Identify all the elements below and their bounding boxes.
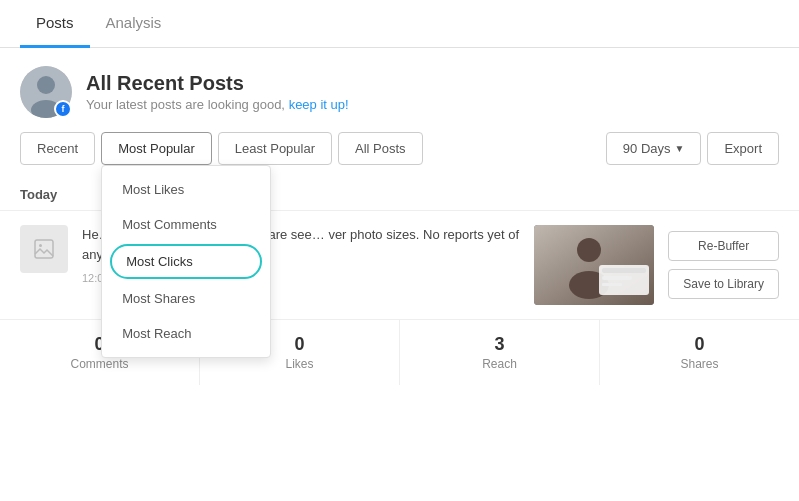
svg-point-1 bbox=[37, 76, 55, 94]
stat-shares: 0 Shares bbox=[600, 320, 799, 385]
reach-value: 3 bbox=[408, 334, 591, 355]
rebuffer-button[interactable]: Re-Buffer bbox=[668, 231, 779, 261]
post-actions: Re-Buffer Save to Library bbox=[668, 225, 779, 305]
chevron-down-icon: ▼ bbox=[675, 143, 685, 154]
shares-value: 0 bbox=[608, 334, 791, 355]
dropdown-most-likes[interactable]: Most Likes bbox=[102, 172, 270, 207]
all-posts-button[interactable]: All Posts bbox=[338, 132, 423, 165]
tab-posts[interactable]: Posts bbox=[20, 0, 90, 48]
shares-label: Shares bbox=[608, 357, 791, 371]
days-dropdown-button[interactable]: 90 Days ▼ bbox=[606, 132, 702, 165]
dropdown-most-shares[interactable]: Most Shares bbox=[102, 281, 270, 316]
svg-rect-12 bbox=[602, 283, 622, 286]
svg-rect-10 bbox=[602, 268, 646, 273]
post-image bbox=[534, 225, 654, 305]
page-subtitle: Your latest posts are looking good, keep… bbox=[86, 97, 349, 112]
most-popular-wrap: Most Popular Most Likes Most Comments Mo… bbox=[101, 132, 212, 165]
facebook-badge: f bbox=[54, 100, 72, 118]
subtitle-text: Your latest posts are looking good, bbox=[86, 97, 285, 112]
header-text: All Recent Posts Your latest posts are l… bbox=[86, 72, 349, 112]
comments-label: Comments bbox=[8, 357, 191, 371]
dropdown-most-clicks[interactable]: Most Clicks bbox=[110, 244, 262, 279]
most-popular-dropdown: Most Likes Most Comments Most Clicks Mos… bbox=[101, 165, 271, 358]
svg-rect-3 bbox=[35, 240, 53, 258]
page-title: All Recent Posts bbox=[86, 72, 349, 95]
days-label: 90 Days bbox=[623, 141, 671, 156]
post-image-visual bbox=[534, 225, 654, 305]
dropdown-most-reach[interactable]: Most Reach bbox=[102, 316, 270, 351]
page-header: f All Recent Posts Your latest posts are… bbox=[0, 48, 799, 132]
save-to-library-button[interactable]: Save to Library bbox=[668, 269, 779, 299]
tab-bar: Posts Analysis bbox=[0, 0, 799, 48]
recent-button[interactable]: Recent bbox=[20, 132, 95, 165]
stat-reach: 3 Reach bbox=[400, 320, 600, 385]
post-thumbnail-placeholder bbox=[20, 225, 68, 273]
toolbar: Recent Most Popular Most Likes Most Comm… bbox=[0, 132, 799, 179]
likes-label: Likes bbox=[208, 357, 391, 371]
export-button[interactable]: Export bbox=[707, 132, 779, 165]
subtitle-link[interactable]: keep it up! bbox=[289, 97, 349, 112]
dropdown-most-comments[interactable]: Most Comments bbox=[102, 207, 270, 242]
avatar-wrap: f bbox=[20, 66, 72, 118]
tab-analysis[interactable]: Analysis bbox=[90, 0, 178, 48]
reach-label: Reach bbox=[408, 357, 591, 371]
svg-rect-11 bbox=[602, 276, 632, 280]
most-popular-button[interactable]: Most Popular bbox=[101, 132, 212, 165]
least-popular-button[interactable]: Least Popular bbox=[218, 132, 332, 165]
svg-point-7 bbox=[577, 238, 601, 262]
svg-point-4 bbox=[39, 244, 42, 247]
